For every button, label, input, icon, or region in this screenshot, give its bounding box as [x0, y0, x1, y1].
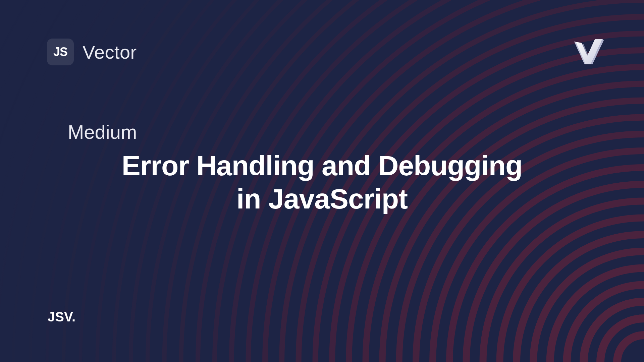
- brand-short-mark: JSV.: [48, 309, 75, 324]
- title-line-1: Error Handling and Debugging: [122, 150, 523, 181]
- page-title: Error Handling and Debugging in JavaScri…: [64, 149, 580, 216]
- brand-top: JS Vector: [47, 39, 137, 65]
- v-mark-icon: [570, 36, 607, 73]
- title-line-2: in JavaScript: [236, 183, 408, 215]
- cover-slide: JS Vector Medium Error Handling and Debu…: [0, 0, 644, 362]
- js-badge: JS: [47, 39, 74, 65]
- difficulty-label: Medium: [68, 121, 580, 143]
- brand-name: Vector: [83, 41, 137, 63]
- hero-text: Medium Error Handling and Debugging in J…: [64, 121, 580, 216]
- js-badge-text: JS: [53, 45, 67, 59]
